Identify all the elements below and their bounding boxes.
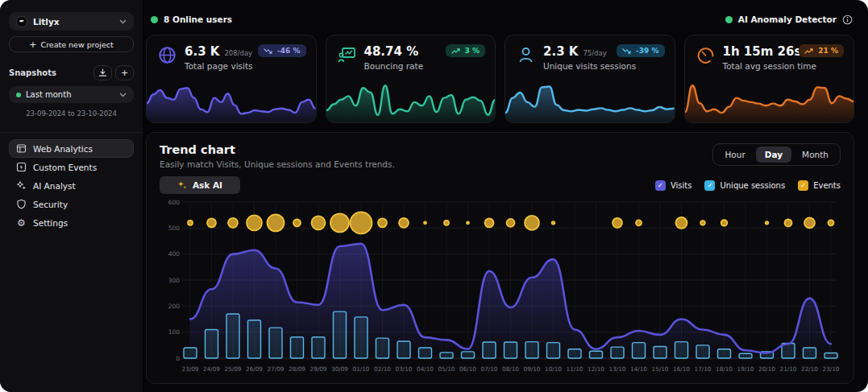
- trend-subtitle: Easily match Visits, Unique sessions and…: [160, 159, 395, 169]
- stat-card-total-page-visits[interactable]: 6.3 K 208/day Total page visits -46 %: [146, 35, 317, 123]
- svg-text:22/10: 22/10: [801, 365, 818, 373]
- sidebar-item-web-analytics[interactable]: Web Analytics: [9, 139, 134, 158]
- green-dot-icon: [16, 93, 21, 97]
- sidebar-item-security[interactable]: Security: [9, 195, 134, 213]
- trend-chart-panel: Trend chart Easily match Visits, Unique …: [146, 132, 854, 384]
- svg-text:27/09: 27/09: [267, 365, 284, 373]
- svg-text:06/10: 06/10: [459, 365, 476, 373]
- svg-text:0: 0: [176, 355, 180, 362]
- shield-icon: [16, 199, 27, 209]
- svg-text:19/10: 19/10: [737, 365, 754, 373]
- plus-icon: +: [29, 39, 36, 50]
- sidebar: ✒ Litlyx + Create new project Snapshots …: [0, 0, 143, 392]
- svg-text:16/10: 16/10: [673, 365, 690, 373]
- plus-icon: +: [121, 68, 128, 78]
- stat-label: Total page visits: [185, 61, 253, 71]
- stat-value: 48.74 %: [364, 44, 419, 59]
- anomaly-label: AI Anomaly Detector: [738, 14, 837, 24]
- trend-badge: 21 %: [799, 44, 844, 57]
- stat-per-day: 75/day: [583, 49, 606, 57]
- svg-text:25/09: 25/09: [224, 365, 241, 373]
- svg-text:18/10: 18/10: [716, 365, 733, 373]
- online-status-dot-icon: [151, 16, 158, 23]
- trend-badge: -46 %: [258, 44, 305, 57]
- snapshot-range-selector[interactable]: Last month: [9, 86, 134, 103]
- export-snapshot-button[interactable]: [93, 65, 112, 80]
- trend-badge: 3 %: [446, 44, 485, 57]
- timer-icon: [696, 45, 716, 65]
- legend-events[interactable]: ✓ Events: [798, 180, 841, 191]
- svg-text:02/10: 02/10: [374, 365, 391, 373]
- svg-text:12/10: 12/10: [588, 365, 604, 373]
- svg-text:28/09: 28/09: [289, 365, 305, 373]
- tab-hour[interactable]: Hour: [716, 146, 754, 163]
- sidebar-item-label: Custom Events: [33, 163, 97, 172]
- add-snapshot-button[interactable]: +: [115, 65, 134, 80]
- svg-text:09/10: 09/10: [523, 365, 540, 373]
- stat-label: Total avg session time: [723, 61, 816, 71]
- svg-text:14/10: 14/10: [630, 365, 647, 373]
- sidebar-item-settings[interactable]: ⚙ Settings: [9, 213, 134, 232]
- page-title: Trend chart: [160, 143, 395, 156]
- snapshot-date-range: 23-09-2024 to 23-10-2024: [9, 109, 134, 118]
- ai-anomaly-detector: AI Anomaly Detector: [725, 14, 853, 25]
- sparkline-chart: [505, 80, 675, 122]
- gear-icon: ⚙: [16, 217, 27, 228]
- chevron-down-icon: [119, 93, 127, 97]
- trend-chart[interactable]: 010020030040050060023/0924/0925/0926/092…: [160, 199, 841, 374]
- svg-text:100: 100: [168, 328, 181, 336]
- stat-card-avg-session-time[interactable]: 1h 15m 26s Total avg session time 21 %: [684, 35, 855, 123]
- svg-text:20/10: 20/10: [758, 365, 775, 373]
- online-users-label: 8 Online users: [164, 14, 232, 24]
- chevron-down-icon: [119, 19, 127, 24]
- svg-text:11/10: 11/10: [566, 365, 583, 373]
- svg-text:23/10: 23/10: [822, 365, 839, 373]
- main-area: 8 Online users AI Anomaly Detector 6.3 K: [143, 0, 868, 392]
- divider: [0, 132, 143, 133]
- legend-visits[interactable]: ✓ Visits: [655, 180, 692, 191]
- anomaly-status-dot-icon: [725, 16, 733, 23]
- svg-text:04/10: 04/10: [417, 365, 434, 373]
- lightning-box-icon: [16, 162, 27, 172]
- checkbox-checked-icon: ✓: [655, 180, 666, 191]
- sidebar-item-label: Web Analytics: [33, 144, 93, 154]
- sidebar-item-ai-analyst[interactable]: AI Analyst: [9, 176, 134, 195]
- stat-card-unique-visits[interactable]: 2.3 K 75/day Unique visits sessions -39 …: [505, 35, 675, 123]
- create-project-button[interactable]: + Create new project: [9, 36, 134, 52]
- svg-text:600: 600: [168, 199, 181, 206]
- svg-text:23/09: 23/09: [181, 365, 198, 373]
- svg-text:26/09: 26/09: [246, 365, 263, 373]
- trend-down-icon: [264, 47, 273, 55]
- app-window: ✒ Litlyx + Create new project Snapshots …: [0, 0, 868, 392]
- presentation-chart-icon: [337, 45, 357, 65]
- stat-value: 2.3 K: [543, 44, 578, 59]
- sidebar-item-label: Settings: [33, 218, 68, 228]
- browser-layout-icon: [16, 143, 27, 154]
- checkbox-checked-icon: ✓: [704, 180, 715, 191]
- stat-card-bouncing-rate[interactable]: 48.74 % Bouncing rate 3 %: [326, 35, 496, 123]
- tab-month[interactable]: Month: [793, 146, 837, 163]
- svg-text:13/10: 13/10: [608, 365, 625, 373]
- trend-up-icon: [804, 47, 814, 55]
- svg-text:30/09: 30/09: [331, 365, 348, 373]
- svg-text:10/10: 10/10: [545, 365, 562, 373]
- info-icon[interactable]: [842, 14, 853, 25]
- sparkline-chart: [326, 80, 496, 122]
- snapshots-label: Snapshots: [9, 68, 90, 77]
- trend-badge: -39 %: [617, 44, 664, 57]
- sidebar-item-custom-events[interactable]: Custom Events: [9, 158, 134, 176]
- trend-down-icon: [622, 47, 632, 55]
- project-selector[interactable]: ✒ Litlyx: [9, 12, 134, 31]
- legend-unique-sessions[interactable]: ✓ Unique sessions: [704, 180, 785, 191]
- ask-ai-button[interactable]: Ask AI: [160, 176, 240, 194]
- chart-legend: ✓ Visits ✓ Unique sessions ✓ Events: [655, 180, 841, 191]
- topbar: 8 Online users AI Anomaly Detector: [146, 13, 854, 26]
- svg-text:500: 500: [168, 225, 181, 232]
- svg-text:24/09: 24/09: [203, 365, 220, 373]
- tab-day[interactable]: Day: [756, 146, 791, 163]
- sparkle-icon: [177, 180, 187, 190]
- svg-text:08/10: 08/10: [502, 365, 519, 373]
- stat-per-day: 208/day: [224, 49, 252, 57]
- sparkline-chart: [147, 80, 316, 122]
- download-icon: [98, 68, 107, 77]
